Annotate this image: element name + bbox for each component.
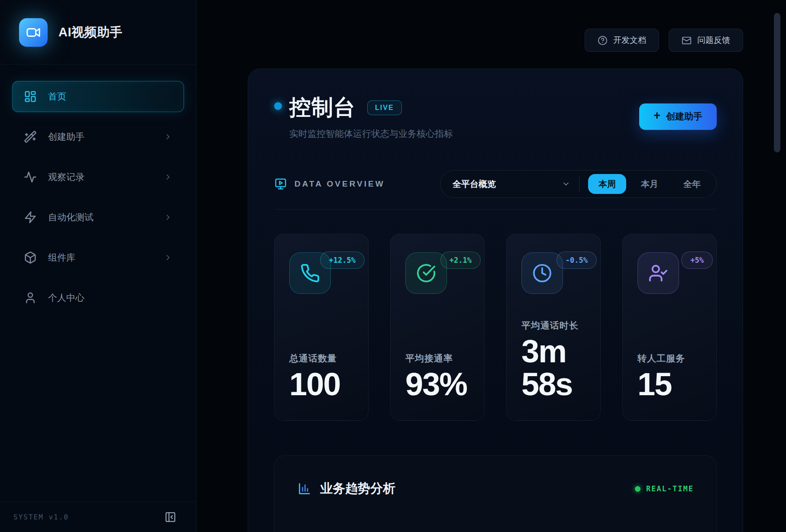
chevron-right-icon — [164, 173, 172, 181]
stat-value: 15 — [637, 368, 702, 400]
data-overview-row: DATA OVERVIEW 全平台概览 本周 本月 全年 — [274, 170, 717, 198]
sidebar-item-label: 个人中心 — [48, 292, 84, 304]
sidebar-item-label: 自动化测试 — [48, 211, 94, 223]
delta-badge: +5% — [681, 251, 713, 269]
sidebar-item-home[interactable]: 首页 — [12, 81, 184, 112]
data-overview-heading: DATA OVERVIEW — [294, 179, 385, 189]
divider — [274, 209, 717, 210]
sidebar-item-create-assistant[interactable]: 创建助手 — [12, 121, 184, 152]
stat-card-human-transfer: +5% 转人工服务 15 — [622, 234, 717, 421]
panel-collapse-icon — [165, 511, 176, 523]
system-version: SYSTEM v1.0 — [13, 513, 69, 521]
chevron-right-icon — [164, 253, 172, 262]
stat-card-total-calls: +12.5% 总通话数量 100 — [274, 234, 369, 421]
zap-icon — [24, 211, 37, 224]
stat-label: 平均通话时长 — [521, 319, 585, 332]
stat-label: 平均接通率 — [405, 352, 469, 364]
tab-this-month[interactable]: 本月 — [631, 174, 669, 194]
tab-this-week[interactable]: 本周 — [588, 174, 626, 194]
trend-analysis-card: 业务趋势分析 REAL-TIME — [274, 455, 717, 532]
sidebar-item-label: 首页 — [48, 90, 66, 103]
docs-button-label: 开发文档 — [613, 35, 646, 46]
feedback-button-label: 问题反馈 — [697, 35, 730, 46]
console-header: 控制台 LIVE 实时监控智能体运行状态与业务核心指标 + 创建助手 — [274, 93, 717, 140]
box-icon — [24, 251, 37, 264]
docs-button[interactable]: 开发文档 — [585, 29, 659, 52]
sidebar-item-component-library[interactable]: 组件库 — [12, 242, 184, 273]
mail-icon — [682, 35, 692, 45]
platform-select-value: 全平台概览 — [453, 178, 496, 190]
delta-badge: +2.1% — [440, 251, 481, 269]
help-circle-icon — [598, 35, 608, 45]
activity-icon — [24, 171, 37, 184]
stat-card-avg-duration: -0.5% 平均通话时长 3m 58s — [506, 234, 601, 421]
collapse-sidebar-button[interactable] — [165, 511, 176, 523]
chevron-right-icon — [164, 132, 172, 141]
sidebar-item-automation-test[interactable]: 自动化测试 — [12, 202, 184, 233]
sidebar-footer: SYSTEM v1.0 — [0, 502, 196, 532]
page-subtitle: 实时监控智能体运行状态与业务核心指标 — [289, 128, 453, 140]
user-icon — [24, 291, 37, 304]
period-tabs: 本周 本月 全年 — [588, 174, 711, 194]
plus-icon: + — [653, 109, 660, 123]
user-check-icon — [637, 252, 679, 294]
feedback-button[interactable]: 问题反馈 — [669, 29, 743, 52]
main-content: 开发文档 问题反馈 控制台 LIVE — [197, 0, 786, 532]
topbar: 开发文档 问题反馈 — [248, 29, 743, 52]
chevron-right-icon — [164, 213, 172, 222]
sidebar-item-label: 组件库 — [48, 251, 75, 264]
status-dot — [274, 102, 282, 110]
stat-label: 转人工服务 — [637, 352, 702, 364]
chevron-down-icon — [562, 180, 570, 188]
sidebar-item-personal-center[interactable]: 个人中心 — [12, 282, 184, 313]
sidebar-item-label: 观察记录 — [48, 171, 84, 183]
green-dot-icon — [635, 486, 640, 492]
sidebar-item-label: 创建助手 — [48, 131, 84, 143]
scrollbar[interactable] — [774, 13, 780, 152]
page-title: 控制台 — [289, 93, 356, 122]
platform-select[interactable]: 全平台概览 — [453, 178, 570, 190]
sidebar-nav: 首页 创建助手 — [0, 64, 196, 502]
realtime-label: REAL-TIME — [646, 484, 694, 493]
brand-header: AI视频助手 — [0, 0, 196, 64]
trend-title: 业务趋势分析 — [320, 480, 395, 497]
stat-label: 总通话数量 — [289, 352, 353, 364]
delta-badge: -0.5% — [556, 251, 597, 269]
divider — [579, 176, 579, 192]
app-root: AI视频助手 首页 创建助手 — [0, 0, 786, 532]
stat-card-answer-rate: +2.1% 平均接通率 93% — [390, 234, 485, 421]
console-panel: 控制台 LIVE 实时监控智能体运行状态与业务核心指标 + 创建助手 — [248, 68, 743, 532]
stat-value: 93% — [405, 368, 469, 400]
dashboard-icon — [24, 90, 37, 103]
app-title: AI视频助手 — [58, 24, 123, 41]
stat-value: 3m 58s — [521, 335, 585, 400]
live-badge: LIVE — [367, 100, 402, 115]
realtime-indicator: REAL-TIME — [635, 484, 694, 493]
overview-filter-group: 全平台概览 本周 本月 全年 — [440, 170, 717, 198]
video-camera-icon — [19, 18, 48, 47]
tab-full-year[interactable]: 全年 — [673, 174, 711, 194]
sidebar: AI视频助手 首页 创建助手 — [0, 0, 197, 532]
monitor-play-icon — [274, 177, 287, 190]
stats-grid: +12.5% 总通话数量 100 +2.1% 平均接通率 93% — [274, 234, 717, 421]
wand-icon — [24, 130, 37, 143]
delta-badge: +12.5% — [320, 251, 365, 269]
bar-chart-icon — [297, 481, 312, 496]
stat-value: 100 — [289, 368, 353, 400]
create-assistant-label: 创建助手 — [666, 110, 702, 123]
sidebar-item-observe-records[interactable]: 观察记录 — [12, 161, 184, 193]
create-assistant-button[interactable]: + 创建助手 — [639, 103, 717, 130]
